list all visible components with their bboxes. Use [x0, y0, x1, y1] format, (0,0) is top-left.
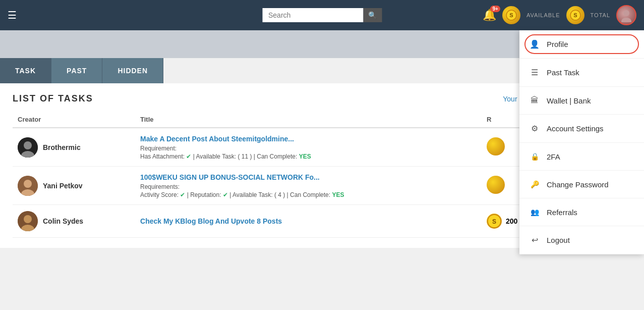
task-title-link[interactable]: 100$WEKU SIGN UP BONUS-SOCIAL NETWORK Fo…: [140, 173, 320, 181]
creator-cell: Colin Sydes: [13, 205, 135, 238]
search-container: 🔍: [262, 8, 382, 22]
dropdown-item-referrals[interactable]: Referrals: [519, 198, 644, 226]
list-title: LIST OF TASKS: [13, 93, 93, 104]
logout-icon: [530, 235, 540, 245]
dropdown-menu: Profile Past Task Wallet | Bank Account …: [519, 30, 644, 248]
wallet-icon: [530, 96, 540, 105]
person-icon: [530, 39, 540, 49]
task-info-cell: Make A Decent Post About Steemitgoldmine…: [135, 128, 482, 167]
dropdown-label-referrals: Referrals: [547, 208, 577, 217]
available-label: AVAILABLE: [526, 12, 560, 18]
svg-point-5: [621, 18, 631, 22]
req-label: Requirements:: [140, 183, 477, 190]
dropdown-item-past-task[interactable]: Past Task: [519, 59, 644, 87]
dropdown-item-account-settings[interactable]: Account Settings: [519, 115, 644, 143]
total-coin-icon: S: [566, 6, 584, 24]
task-info-cell: Check My KBlog Blog And Upvote 8 Posts: [135, 205, 482, 238]
header: ☰ 🔍 🔔 9+ S AVAILABLE S TOTAL: [0, 0, 644, 30]
svg-text:S: S: [509, 12, 513, 18]
reward-coin-icon: S: [487, 214, 502, 229]
total-label: TOTAL: [591, 12, 610, 18]
task-info-cell: 100$WEKU SIGN UP BONUS-SOCIAL NETWORK Fo…: [135, 167, 482, 205]
dropdown-item-profile[interactable]: Profile: [519, 30, 644, 59]
creator-name: Yani Petkov: [43, 182, 83, 190]
svg-point-10: [24, 180, 32, 188]
svg-point-7: [24, 141, 32, 149]
settings-icon: [530, 124, 540, 133]
menu-icon[interactable]: ☰: [8, 9, 17, 21]
svg-text:S: S: [573, 12, 577, 18]
dropdown-item-logout[interactable]: Logout: [519, 226, 644, 248]
dropdown-label-past-task: Past Task: [547, 68, 579, 77]
tasks-icon: [530, 68, 540, 77]
task-title-link[interactable]: Check My KBlog Blog And Upvote 8 Posts: [140, 217, 282, 225]
dropdown-item-change-password[interactable]: Change Password: [519, 171, 644, 198]
task-title-link[interactable]: Make A Decent Post About Steemitgoldmine…: [140, 135, 294, 143]
svg-point-4: [623, 10, 629, 16]
profile-highlight-oval: [524, 34, 639, 54]
reward-amount: 200: [506, 217, 517, 225]
creator-cell: Brothermic: [13, 128, 135, 167]
dropdown-label-wallet: Wallet | Bank: [547, 96, 591, 105]
notification-badge: 9+: [490, 6, 500, 12]
svg-text:S: S: [492, 218, 496, 225]
tab-hidden[interactable]: HIDDEN: [102, 58, 163, 83]
dropdown-item-2fa[interactable]: 2FA: [519, 143, 644, 171]
dropdown-label-account-settings: Account Settings: [547, 124, 604, 133]
dropdown-label-2fa: 2FA: [547, 152, 560, 161]
creator-avatar: [18, 211, 38, 231]
dropdown-label-logout: Logout: [547, 236, 570, 244]
dropdown-item-wallet[interactable]: Wallet | Bank: [519, 87, 644, 115]
req-detail: Activity Score: ✔ | Reputation: ✔ | Avai…: [140, 191, 477, 198]
key-icon: [530, 180, 540, 189]
dropdown-label-change-password: Change Password: [547, 180, 609, 189]
creator-cell: Yani Petkov: [13, 167, 135, 205]
search-input[interactable]: [262, 8, 363, 22]
tab-task[interactable]: TASK: [0, 58, 51, 83]
lock-icon: [530, 152, 540, 161]
col-creator: Creator: [13, 112, 135, 128]
creator-name: Colin Sydes: [43, 217, 83, 225]
req-detail: Has Attachment: ✔ | Available Task: ( 11…: [140, 153, 477, 160]
col-title: Title: [135, 112, 482, 128]
req-label: Requirement:: [140, 145, 477, 152]
search-button[interactable]: 🔍: [363, 8, 382, 22]
svg-point-13: [24, 215, 32, 223]
available-coin-icon: S: [502, 6, 520, 24]
referrals-icon: [530, 208, 540, 217]
creator-avatar: [18, 137, 38, 158]
dropdown-label-profile: Profile: [547, 40, 568, 48]
user-avatar[interactable]: [616, 5, 636, 25]
bell-notification[interactable]: 🔔 9+: [483, 9, 496, 22]
tab-past[interactable]: PAST: [51, 58, 102, 83]
header-right: 🔔 9+ S AVAILABLE S TOTAL: [483, 5, 636, 25]
creator-name: Brothermic: [43, 143, 81, 151]
creator-avatar: [18, 176, 38, 196]
